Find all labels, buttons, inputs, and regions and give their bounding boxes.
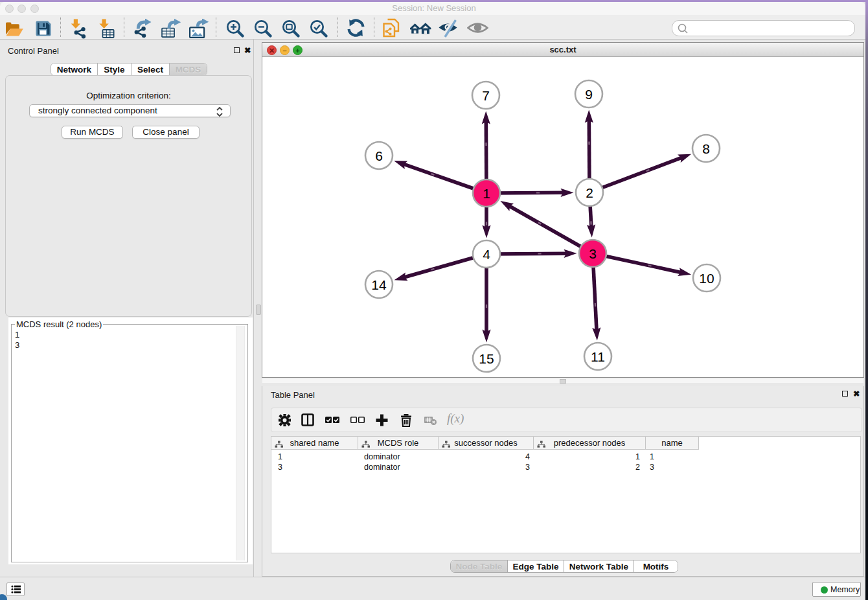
svg-text:6: 6 — [375, 148, 383, 163]
svg-text:7: 7 — [482, 88, 490, 103]
svg-text:3: 3 — [589, 246, 597, 261]
svg-text:10: 10 — [699, 271, 714, 286]
svg-text:1: 1 — [483, 186, 490, 201]
svg-text:4: 4 — [483, 247, 490, 262]
svg-text:2: 2 — [586, 185, 593, 200]
svg-text:8: 8 — [702, 141, 710, 156]
svg-text:9: 9 — [585, 87, 593, 102]
svg-text:11: 11 — [591, 349, 605, 364]
svg-text:14: 14 — [371, 277, 387, 292]
svg-text:15: 15 — [479, 351, 494, 366]
